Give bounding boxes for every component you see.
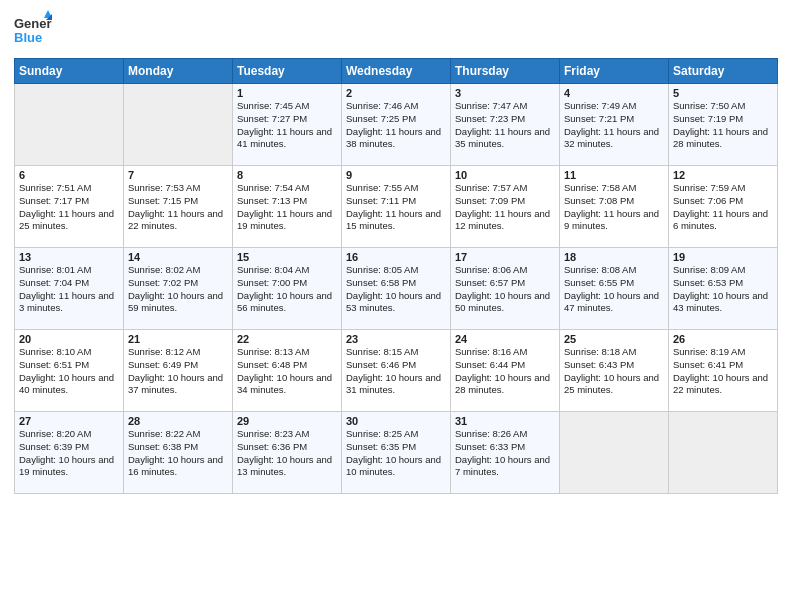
- sunrise-text: Sunrise: 8:09 AM: [673, 264, 745, 275]
- sunrise-text: Sunrise: 8:06 AM: [455, 264, 527, 275]
- daylight-text: Daylight: 10 hours and 47 minutes.: [564, 290, 659, 314]
- day-cell: [15, 84, 124, 166]
- sunrise-text: Sunrise: 7:51 AM: [19, 182, 91, 193]
- sunset-text: Sunset: 7:00 PM: [237, 277, 307, 288]
- day-number: 8: [237, 169, 337, 181]
- daylight-text: Daylight: 11 hours and 19 minutes.: [237, 208, 332, 232]
- day-number: 30: [346, 415, 446, 427]
- daylight-text: Daylight: 11 hours and 25 minutes.: [19, 208, 114, 232]
- daylight-text: Daylight: 10 hours and 28 minutes.: [455, 372, 550, 396]
- day-cell: 17Sunrise: 8:06 AMSunset: 6:57 PMDayligh…: [451, 248, 560, 330]
- logo-icon: General Blue: [14, 10, 52, 48]
- day-number: 29: [237, 415, 337, 427]
- sunrise-text: Sunrise: 7:58 AM: [564, 182, 636, 193]
- sunrise-text: Sunrise: 7:54 AM: [237, 182, 309, 193]
- sunset-text: Sunset: 7:06 PM: [673, 195, 743, 206]
- sunrise-text: Sunrise: 7:45 AM: [237, 100, 309, 111]
- week-row-3: 13Sunrise: 8:01 AMSunset: 7:04 PMDayligh…: [15, 248, 778, 330]
- day-number: 7: [128, 169, 228, 181]
- day-cell: 31Sunrise: 8:26 AMSunset: 6:33 PMDayligh…: [451, 412, 560, 494]
- daylight-text: Daylight: 10 hours and 25 minutes.: [564, 372, 659, 396]
- day-cell: 18Sunrise: 8:08 AMSunset: 6:55 PMDayligh…: [560, 248, 669, 330]
- sunrise-text: Sunrise: 8:22 AM: [128, 428, 200, 439]
- day-number: 27: [19, 415, 119, 427]
- day-number: 10: [455, 169, 555, 181]
- daylight-text: Daylight: 10 hours and 50 minutes.: [455, 290, 550, 314]
- daylight-text: Daylight: 11 hours and 22 minutes.: [128, 208, 223, 232]
- daylight-text: Daylight: 10 hours and 16 minutes.: [128, 454, 223, 478]
- day-cell: 22Sunrise: 8:13 AMSunset: 6:48 PMDayligh…: [233, 330, 342, 412]
- sunset-text: Sunset: 6:39 PM: [19, 441, 89, 452]
- sunrise-text: Sunrise: 8:13 AM: [237, 346, 309, 357]
- sunset-text: Sunset: 6:43 PM: [564, 359, 634, 370]
- calendar-table: SundayMondayTuesdayWednesdayThursdayFrid…: [14, 58, 778, 494]
- day-cell: 29Sunrise: 8:23 AMSunset: 6:36 PMDayligh…: [233, 412, 342, 494]
- week-row-2: 6Sunrise: 7:51 AMSunset: 7:17 PMDaylight…: [15, 166, 778, 248]
- daylight-text: Daylight: 10 hours and 31 minutes.: [346, 372, 441, 396]
- sunset-text: Sunset: 7:11 PM: [346, 195, 416, 206]
- daylight-text: Daylight: 10 hours and 53 minutes.: [346, 290, 441, 314]
- sunrise-text: Sunrise: 7:59 AM: [673, 182, 745, 193]
- sunrise-text: Sunrise: 8:19 AM: [673, 346, 745, 357]
- day-cell: [124, 84, 233, 166]
- day-number: 23: [346, 333, 446, 345]
- day-cell: 1Sunrise: 7:45 AMSunset: 7:27 PMDaylight…: [233, 84, 342, 166]
- sunset-text: Sunset: 6:36 PM: [237, 441, 307, 452]
- day-number: 25: [564, 333, 664, 345]
- sunset-text: Sunset: 7:21 PM: [564, 113, 634, 124]
- sunset-text: Sunset: 6:46 PM: [346, 359, 416, 370]
- day-cell: 5Sunrise: 7:50 AMSunset: 7:19 PMDaylight…: [669, 84, 778, 166]
- sunrise-text: Sunrise: 8:20 AM: [19, 428, 91, 439]
- day-number: 22: [237, 333, 337, 345]
- sunrise-text: Sunrise: 7:53 AM: [128, 182, 200, 193]
- day-cell: 24Sunrise: 8:16 AMSunset: 6:44 PMDayligh…: [451, 330, 560, 412]
- day-cell: 2Sunrise: 7:46 AMSunset: 7:25 PMDaylight…: [342, 84, 451, 166]
- sunset-text: Sunset: 6:53 PM: [673, 277, 743, 288]
- daylight-text: Daylight: 11 hours and 32 minutes.: [564, 126, 659, 150]
- sunset-text: Sunset: 7:08 PM: [564, 195, 634, 206]
- sunset-text: Sunset: 6:51 PM: [19, 359, 89, 370]
- day-cell: 27Sunrise: 8:20 AMSunset: 6:39 PMDayligh…: [15, 412, 124, 494]
- day-header-friday: Friday: [560, 59, 669, 84]
- day-cell: 9Sunrise: 7:55 AMSunset: 7:11 PMDaylight…: [342, 166, 451, 248]
- sunset-text: Sunset: 6:55 PM: [564, 277, 634, 288]
- day-cell: 21Sunrise: 8:12 AMSunset: 6:49 PMDayligh…: [124, 330, 233, 412]
- day-number: 4: [564, 87, 664, 99]
- sunrise-text: Sunrise: 8:15 AM: [346, 346, 418, 357]
- day-number: 21: [128, 333, 228, 345]
- sunset-text: Sunset: 7:04 PM: [19, 277, 89, 288]
- day-cell: 16Sunrise: 8:05 AMSunset: 6:58 PMDayligh…: [342, 248, 451, 330]
- daylight-text: Daylight: 11 hours and 35 minutes.: [455, 126, 550, 150]
- sunset-text: Sunset: 7:27 PM: [237, 113, 307, 124]
- sunrise-text: Sunrise: 8:25 AM: [346, 428, 418, 439]
- daylight-text: Daylight: 11 hours and 41 minutes.: [237, 126, 332, 150]
- sunset-text: Sunset: 7:23 PM: [455, 113, 525, 124]
- logo: General Blue: [14, 10, 52, 52]
- sunset-text: Sunset: 6:33 PM: [455, 441, 525, 452]
- daylight-text: Daylight: 10 hours and 34 minutes.: [237, 372, 332, 396]
- daylight-text: Daylight: 11 hours and 3 minutes.: [19, 290, 114, 314]
- day-number: 13: [19, 251, 119, 263]
- day-cell: 26Sunrise: 8:19 AMSunset: 6:41 PMDayligh…: [669, 330, 778, 412]
- sunrise-text: Sunrise: 7:49 AM: [564, 100, 636, 111]
- sunset-text: Sunset: 7:19 PM: [673, 113, 743, 124]
- daylight-text: Daylight: 11 hours and 12 minutes.: [455, 208, 550, 232]
- sunrise-text: Sunrise: 7:50 AM: [673, 100, 745, 111]
- day-number: 20: [19, 333, 119, 345]
- day-cell: 11Sunrise: 7:58 AMSunset: 7:08 PMDayligh…: [560, 166, 669, 248]
- sunrise-text: Sunrise: 8:08 AM: [564, 264, 636, 275]
- daylight-text: Daylight: 10 hours and 43 minutes.: [673, 290, 768, 314]
- day-number: 28: [128, 415, 228, 427]
- daylight-text: Daylight: 10 hours and 7 minutes.: [455, 454, 550, 478]
- day-number: 3: [455, 87, 555, 99]
- sunrise-text: Sunrise: 8:26 AM: [455, 428, 527, 439]
- daylight-text: Daylight: 10 hours and 19 minutes.: [19, 454, 114, 478]
- day-cell: 28Sunrise: 8:22 AMSunset: 6:38 PMDayligh…: [124, 412, 233, 494]
- day-cell: 13Sunrise: 8:01 AMSunset: 7:04 PMDayligh…: [15, 248, 124, 330]
- sunset-text: Sunset: 6:41 PM: [673, 359, 743, 370]
- daylight-text: Daylight: 10 hours and 56 minutes.: [237, 290, 332, 314]
- daylight-text: Daylight: 10 hours and 40 minutes.: [19, 372, 114, 396]
- sunset-text: Sunset: 6:58 PM: [346, 277, 416, 288]
- day-cell: 3Sunrise: 7:47 AMSunset: 7:23 PMDaylight…: [451, 84, 560, 166]
- day-number: 18: [564, 251, 664, 263]
